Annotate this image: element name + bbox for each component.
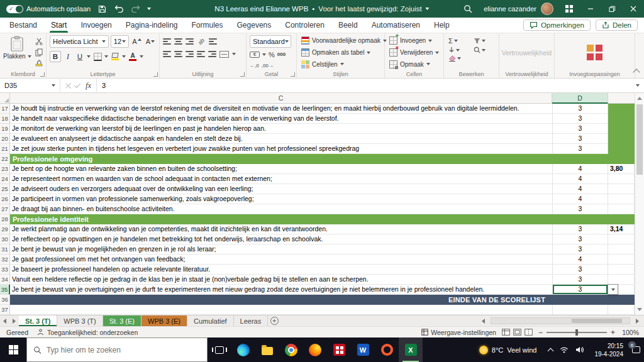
taskbar-search[interactable]	[26, 337, 208, 362]
row-header-23[interactable]: 23	[0, 164, 10, 174]
tray-overflow-icon[interactable]	[548, 348, 554, 354]
cell-e-17[interactable]	[608, 104, 635, 114]
cell-c-24[interactable]: Je representeert normen en waarden van d…	[10, 174, 552, 184]
currency-icon[interactable]: €	[250, 52, 260, 58]
scroll-up-icon[interactable]	[635, 94, 644, 103]
cell-d-27[interactable]: 3	[552, 204, 608, 214]
vertical-scroll-thumb[interactable]	[636, 104, 643, 175]
increase-indent-icon[interactable]	[208, 51, 216, 57]
fill-color-icon[interactable]	[110, 51, 120, 62]
fill-button[interactable]	[448, 47, 470, 53]
row-header-24[interactable]: 24	[0, 174, 10, 184]
cell-c-23[interactable]: Je bent op de hoogte van relevante zaken…	[10, 164, 552, 174]
font-color-icon[interactable]: A	[128, 51, 138, 62]
ribbon-tab-beeld[interactable]: Beeld	[331, 18, 365, 33]
cell-e-23[interactable]: 3,80	[608, 164, 635, 174]
row-header-35[interactable]: 35	[0, 285, 10, 295]
borders-icon[interactable]	[92, 51, 103, 62]
search-icon[interactable]	[457, 0, 479, 18]
cell-d-17[interactable]: 3	[552, 104, 608, 114]
cell-d-26[interactable]: 4	[552, 194, 608, 204]
clear-button[interactable]	[448, 55, 470, 62]
apps-grid-icon[interactable]	[558, 0, 580, 18]
minimize-button[interactable]	[580, 0, 601, 18]
cell-d-20[interactable]: 3	[552, 134, 608, 144]
underline-button[interactable]: U	[75, 51, 85, 62]
currency-caret-icon[interactable]	[262, 53, 266, 56]
font-dialog-launcher[interactable]	[153, 72, 158, 77]
volume-icon[interactable]	[575, 346, 584, 353]
sheet-tab-st-3-t[interactable]: St. 3 (T)	[19, 315, 57, 326]
validation-dropdown-button[interactable]	[608, 284, 618, 295]
zoom-slider-thumb[interactable]	[575, 329, 578, 336]
chrome-icon[interactable]	[279, 337, 303, 362]
cancel-icon[interactable]	[65, 83, 71, 89]
column-header-c[interactable]: C	[10, 93, 552, 104]
scroll-down-icon[interactable]	[635, 305, 644, 314]
cut-icon[interactable]	[34, 37, 44, 46]
cell-c-17[interactable]: Je houdt bij instructie en verwerking va…	[10, 104, 552, 114]
cell-e-37[interactable]	[608, 305, 635, 315]
cell-c-34[interactable]: Vanuit een heldere reflectie op je gedra…	[10, 275, 552, 285]
horizontal-scrollbar[interactable]	[491, 317, 630, 324]
cell-d-18[interactable]: 3	[552, 114, 608, 124]
cell-d-37[interactable]	[552, 305, 608, 315]
row-header-25[interactable]: 25	[0, 184, 10, 194]
sheet-tab-wpb-3-t[interactable]: WPB 3 (T)	[57, 315, 103, 326]
font-name-combo[interactable]: Helvetica Licht	[50, 35, 109, 48]
ribbon-tab-start[interactable]: Start	[44, 18, 74, 33]
cell-d-30[interactable]: 3	[552, 234, 608, 244]
formula-input[interactable]: 3	[97, 79, 631, 92]
grow-font-icon[interactable]: A	[131, 38, 142, 45]
clipboard-dialog-launcher[interactable]	[40, 72, 45, 77]
ribbon-tab-pagina-indeling[interactable]: Pagina-indeling	[119, 18, 185, 33]
row-header-21[interactable]: 21	[0, 144, 10, 154]
orientation-icon[interactable]	[196, 36, 207, 47]
number-dialog-launcher[interactable]	[291, 72, 295, 77]
cell-e-29[interactable]: 3,14	[608, 224, 635, 234]
autosave-toggle[interactable]: ✓ Automatisch opslaan	[6, 5, 91, 13]
sheet-tab-wpb-3-e[interactable]: WPB 3 (E)	[142, 315, 187, 326]
percent-icon[interactable]: %	[269, 51, 275, 58]
cell-c-27[interactable]: Je draagt bij aan binnen- en buitenschoo…	[10, 204, 552, 214]
align-middle-icon[interactable]	[174, 38, 182, 45]
tab-scroll-left-icon[interactable]	[0, 315, 9, 326]
normal-view-icon[interactable]	[502, 329, 510, 336]
action-center-button[interactable]: 6	[628, 346, 644, 353]
ribbon-tab-invoegen[interactable]: Invoegen	[74, 18, 118, 33]
cell-c-31[interactable]: Je bent je bewust van je mogelijkheden e…	[10, 244, 552, 255]
row-header-31[interactable]: 31	[0, 244, 10, 255]
italic-button[interactable]: I	[63, 51, 73, 62]
sheet-tab-leeras[interactable]: Leeras	[234, 315, 269, 326]
paste-button[interactable]: Plakken	[3, 36, 31, 70]
tab-scroll-right-icon[interactable]	[9, 315, 19, 326]
cell-c-32[interactable]: Je gaat professioneel om met het ontvang…	[10, 255, 552, 265]
expand-formula-bar-icon[interactable]	[636, 84, 640, 87]
row-header-34[interactable]: 34	[0, 275, 10, 285]
cell-c-18[interactable]: Je handelt naar vakspecifieke didactisch…	[10, 114, 552, 124]
underline-caret-icon[interactable]	[87, 55, 91, 58]
cell-d-35[interactable]: 3	[552, 285, 608, 295]
cell-d-31[interactable]: 3	[552, 244, 608, 255]
cell-c-35[interactable]: Je bent je bewust van je overtuigingen e…	[10, 285, 552, 295]
cell-d-23[interactable]: 4	[552, 164, 608, 174]
cell-d-29[interactable]: 3	[552, 224, 608, 234]
vertical-scrollbar[interactable]	[635, 93, 644, 315]
decrease-indent-icon[interactable]	[197, 51, 205, 57]
maximize-button[interactable]	[601, 0, 623, 18]
cell-e-32[interactable]	[608, 255, 635, 265]
borders-caret-icon[interactable]	[104, 55, 108, 58]
merge-caret-icon[interactable]	[232, 53, 236, 55]
cell-d-21[interactable]: 3	[552, 144, 608, 154]
row-header-18[interactable]: 18	[0, 114, 10, 124]
align-center-icon[interactable]	[174, 51, 182, 57]
zoom-in-icon[interactable]: +	[611, 328, 615, 337]
cell-e-18[interactable]	[608, 114, 635, 124]
row-header-27[interactable]: 27	[0, 204, 10, 214]
cell-c-29[interactable]: Je werkt planmatig aan de ontwikkeling v…	[10, 224, 552, 234]
shrink-font-icon[interactable]: A	[145, 38, 156, 45]
wrap-text-icon[interactable]	[209, 38, 217, 45]
sheet-tab-st-3-e[interactable]: St. 3 (E)	[103, 315, 142, 326]
cell-d-19[interactable]: 3	[552, 124, 608, 134]
row-header-17[interactable]: 17	[0, 104, 10, 114]
